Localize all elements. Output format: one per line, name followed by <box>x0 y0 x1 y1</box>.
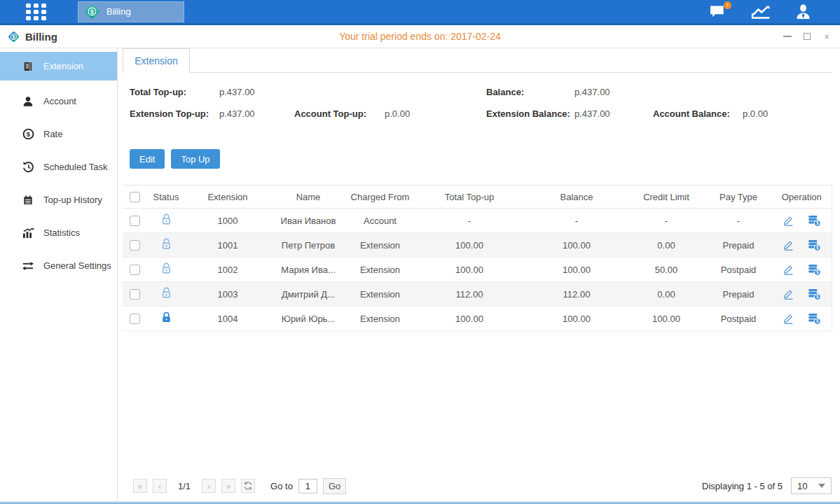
cell-balance: 112.00 <box>525 282 628 307</box>
edit-icon[interactable] <box>783 313 794 324</box>
notifications-icon[interactable]: ! <box>709 4 727 20</box>
sidebar-item-extension[interactable]: Extension <box>0 52 117 80</box>
sidebar-item-label: Statistics <box>43 227 80 238</box>
billing-summary: Total Top-up: p.437.00 Balance: p.437.00… <box>123 87 832 133</box>
top-up-icon[interactable]: $ <box>808 215 821 227</box>
sidebar-item-account[interactable]: Account <box>0 85 117 118</box>
maximize-button[interactable] <box>802 31 812 41</box>
edit-icon[interactable] <box>783 215 794 226</box>
cell-balance: 100.00 <box>525 307 628 331</box>
cell-pay-type: Postpaid <box>705 307 772 331</box>
svg-text:$: $ <box>816 270 819 275</box>
cell-pay-type: - <box>705 209 772 233</box>
next-page-button[interactable]: › <box>202 479 216 493</box>
displaying-text: Displaying 1 - 5 of 5 <box>702 481 783 491</box>
cell-charged-from: Extension <box>347 307 413 331</box>
top-up-icon[interactable]: $ <box>808 288 821 300</box>
pagination-bar: « ‹ 1/1 › » Go to Go Displaying 1 - 5 of… <box>123 477 832 494</box>
sidebar: ExtensionAccount$RateScheduled TaskTop-u… <box>0 48 118 501</box>
edit-icon[interactable] <box>783 239 794 251</box>
edit-icon[interactable] <box>783 264 794 275</box>
go-button[interactable]: Go <box>323 478 346 494</box>
row-checkbox[interactable] <box>130 265 140 275</box>
app-grid-icon[interactable] <box>26 4 47 20</box>
svg-text:$: $ <box>816 245 819 251</box>
sidebar-item-top-up-history[interactable]: Top-up History <box>0 183 117 216</box>
cell-pay-type: Postpaid <box>705 258 772 282</box>
balance-label: Balance: <box>486 87 524 97</box>
svg-text:$: $ <box>26 130 30 138</box>
column-header: Name <box>270 186 347 209</box>
cell-name: Иван Иванов <box>270 209 347 233</box>
account-topup-label: Account Top-up: <box>294 108 366 119</box>
page-indicator: 1/1 <box>178 481 191 491</box>
goto-label: Go to <box>270 481 293 491</box>
cell-charged-from: Extension <box>347 258 413 282</box>
total-topup-value: p.437.00 <box>219 87 255 97</box>
cell-charged-from: Account <box>347 209 413 233</box>
sidebar-item-statistics[interactable]: Statistics <box>0 216 117 249</box>
first-page-button[interactable]: « <box>133 479 147 493</box>
extension-table: StatusExtensionNameCharged FromTotal Top… <box>123 185 832 331</box>
extension-topup-label: Extension Top-up: <box>130 108 209 119</box>
column-header: Pay Type <box>705 186 772 209</box>
sidebar-item-rate[interactable]: $Rate <box>0 118 117 150</box>
column-header: Extension <box>186 186 270 209</box>
minimize-button[interactable] <box>783 31 792 41</box>
tab-extension[interactable]: Extension <box>123 48 190 73</box>
prev-page-button[interactable]: ‹ <box>153 479 167 493</box>
cell-extension: 1004 <box>186 307 270 331</box>
close-button[interactable]: × <box>822 31 832 41</box>
last-page-button[interactable]: » <box>221 479 235 493</box>
trial-notice: Your trial period ends on: 2017-02-24 <box>339 31 501 42</box>
row-checkbox[interactable] <box>130 216 140 226</box>
cell-credit-limit: 50.00 <box>628 258 705 282</box>
top-up-icon[interactable]: $ <box>808 264 821 276</box>
cell-balance: 100.00 <box>525 258 628 282</box>
status-unlocked-icon <box>161 214 172 225</box>
page-size-select[interactable]: 10 <box>791 477 832 494</box>
cell-balance: - <box>525 209 628 233</box>
user-account-icon[interactable] <box>794 4 812 20</box>
transfer-arrows-icon <box>22 261 34 271</box>
bar-chart-icon <box>22 227 34 239</box>
cell-total-topup: - <box>413 209 525 233</box>
account-balance-value: p.0.00 <box>743 108 768 119</box>
table-row: 1003Дмитрий Д...Extension112.00112.000.0… <box>123 282 832 307</box>
sidebar-item-label: Rate <box>43 129 62 139</box>
cell-extension: 1001 <box>186 233 270 258</box>
row-checkbox[interactable] <box>130 289 140 300</box>
edit-icon[interactable] <box>783 288 794 300</box>
cell-balance: 100.00 <box>525 233 628 258</box>
svg-text:$: $ <box>816 294 819 300</box>
sidebar-item-scheduled-task[interactable]: Scheduled Task <box>0 150 117 183</box>
row-checkbox[interactable] <box>130 314 140 324</box>
dollar-circle-icon: $ <box>22 128 34 140</box>
desktop-topbar: $ Billing ! <box>0 0 840 25</box>
top-up-button[interactable]: Top Up <box>171 149 219 169</box>
window-controls: × <box>783 31 832 41</box>
cell-total-topup: 112.00 <box>413 282 525 307</box>
column-header: Credit Limit <box>628 186 705 209</box>
row-checkbox[interactable] <box>130 240 140 251</box>
extension-balance-label: Extension Balance: <box>486 108 570 119</box>
topbar-tab-billing[interactable]: $ Billing <box>78 1 184 22</box>
reports-chart-icon[interactable] <box>751 4 771 20</box>
status-unlocked-icon <box>161 238 172 250</box>
app-window: $ Billing ! $ Billing Your trial period … <box>0 0 840 504</box>
tabbar: Extension <box>123 48 832 73</box>
cell-charged-from: Extension <box>347 282 413 307</box>
goto-page-input[interactable] <box>298 479 317 493</box>
cell-name: Дмитрий Д... <box>270 282 347 307</box>
window-title: Billing <box>25 31 57 43</box>
svg-text:$: $ <box>12 34 15 40</box>
sidebar-item-label: General Settings <box>43 260 111 271</box>
top-up-icon[interactable]: $ <box>808 313 821 325</box>
top-up-icon[interactable]: $ <box>808 239 821 251</box>
select-all-checkbox[interactable] <box>130 192 140 202</box>
refresh-icon[interactable] <box>241 479 255 493</box>
edit-button[interactable]: Edit <box>130 149 165 169</box>
topbar-tab-label: Billing <box>106 6 131 17</box>
sidebar-item-general-settings[interactable]: General Settings <box>0 249 117 282</box>
person-icon <box>22 96 34 107</box>
